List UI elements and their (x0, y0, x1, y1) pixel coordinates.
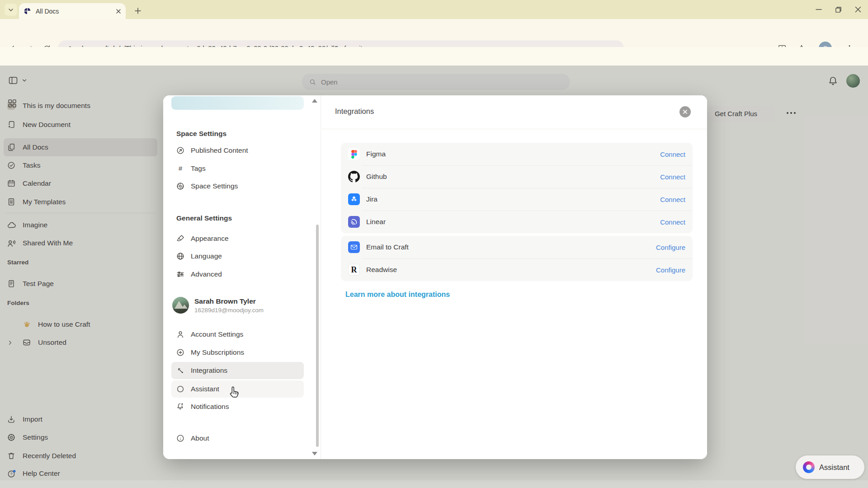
panel-divider (321, 129, 707, 129)
browser-tabstrip: All Docs (0, 0, 868, 19)
integration-row-linear[interactable]: Linear Connect (341, 211, 693, 233)
assistant-button[interactable]: Assistant (796, 455, 864, 479)
paintbrush-icon (176, 234, 185, 243)
integration-row-figma[interactable]: Figma Connect (341, 143, 693, 165)
nav-item-published-content[interactable]: Published Content (171, 142, 304, 159)
close-icon (683, 109, 688, 114)
assistant-ring-icon (803, 461, 815, 473)
browser-toolbar: docs.craft.do/s/This-is-my-documents--0d… (0, 19, 868, 47)
globe-icon (176, 252, 185, 261)
github-icon (348, 171, 360, 183)
scroll-down-arrow[interactable] (312, 452, 317, 455)
screen: All Docs docs.craft.do/s/This-is-my-docu… (0, 0, 868, 488)
space-settings-gear-icon (176, 182, 185, 191)
integrations-panel: Integrations Figma Connect (321, 95, 707, 459)
nav-item-advanced[interactable]: Advanced (171, 266, 304, 283)
nav-scrollbar-thumb[interactable] (316, 225, 319, 447)
account-name: Sarah Brown Tyler (194, 297, 264, 305)
scrolled-space-card[interactable] (171, 96, 304, 110)
nav-item-tags[interactable]: # Tags (171, 160, 304, 177)
svg-text:#: # (179, 165, 183, 172)
integration-row-jira[interactable]: Jira Connect (341, 188, 693, 211)
connect-link[interactable]: Connect (660, 150, 685, 158)
sliders-icon (176, 270, 185, 279)
account-email: 16289d19@moodjoy.com (194, 307, 264, 314)
linear-icon (348, 216, 360, 228)
readwise-icon: R (348, 264, 360, 276)
connect-link[interactable]: Connect (660, 196, 685, 203)
integration-group-2: Email to Craft Configure R Readwise Conf… (341, 236, 693, 281)
nav-item-appearance[interactable]: Appearance (171, 230, 304, 247)
circle-plus-icon (176, 348, 185, 357)
person-icon (176, 330, 185, 339)
nav-item-about[interactable]: i About (171, 430, 304, 447)
new-tab-button[interactable] (131, 4, 145, 18)
panel-title: Integrations (335, 107, 374, 116)
email-icon (348, 241, 360, 253)
window-minimize-icon[interactable] (815, 6, 822, 13)
configure-link[interactable]: Configure (656, 266, 685, 274)
nav-item-language[interactable]: Language (171, 248, 304, 265)
account-summary[interactable]: Sarah Brown Tyler 16289d19@moodjoy.com (172, 297, 264, 314)
browser-tab[interactable]: All Docs (19, 3, 126, 19)
published-content-icon (176, 146, 185, 155)
tab-search-button[interactable] (5, 4, 17, 16)
tags-hash-icon: # (176, 164, 185, 173)
chevron-down-icon (8, 7, 14, 13)
space-settings-header: Space Settings (176, 130, 226, 138)
account-avatar (172, 297, 189, 314)
svg-text:i: i (180, 436, 181, 441)
learn-more-link[interactable]: Learn more about integrations (345, 291, 450, 299)
integration-group-1: Figma Connect Github Connect Jira (341, 143, 693, 233)
info-icon: i (176, 434, 185, 443)
jira-icon (348, 193, 360, 205)
integration-row-email-to-craft[interactable]: Email to Craft Configure (341, 236, 693, 258)
window-restore-icon[interactable] (835, 6, 842, 13)
nav-item-space-settings[interactable]: Space Settings (171, 178, 304, 195)
integration-row-readwise[interactable]: R Readwise Configure (341, 258, 693, 281)
nav-item-notifications[interactable]: Notifications (171, 398, 304, 415)
connect-link[interactable]: Connect (660, 218, 685, 226)
window-close-icon[interactable] (854, 6, 862, 13)
scroll-up-arrow[interactable] (312, 99, 317, 103)
bookmarks-bar (0, 47, 868, 66)
settings-nav: Space Settings Published Content # Tags … (163, 95, 321, 459)
settings-modal: Space Settings Published Content # Tags … (163, 95, 707, 459)
integrations-icon (176, 366, 185, 375)
close-button[interactable] (679, 106, 691, 117)
bell-dot-icon (176, 402, 185, 411)
connect-link[interactable]: Connect (660, 173, 685, 181)
tab-title: All Docs (36, 8, 111, 15)
nav-item-integrations[interactable]: Integrations (171, 362, 304, 379)
nav-item-account-settings[interactable]: Account Settings (171, 326, 304, 343)
tab-close-icon[interactable] (116, 9, 121, 14)
figma-icon (348, 148, 360, 160)
assistant-circle-icon (176, 385, 185, 394)
integration-row-github[interactable]: Github Connect (341, 165, 693, 188)
craft-logo-icon (24, 7, 31, 15)
nav-item-my-subscriptions[interactable]: My Subscriptions (171, 344, 304, 361)
window-controls (815, 0, 862, 19)
configure-link[interactable]: Configure (656, 244, 685, 251)
general-settings-header: General Settings (176, 214, 232, 222)
mouse-cursor-hand-icon (227, 385, 241, 399)
